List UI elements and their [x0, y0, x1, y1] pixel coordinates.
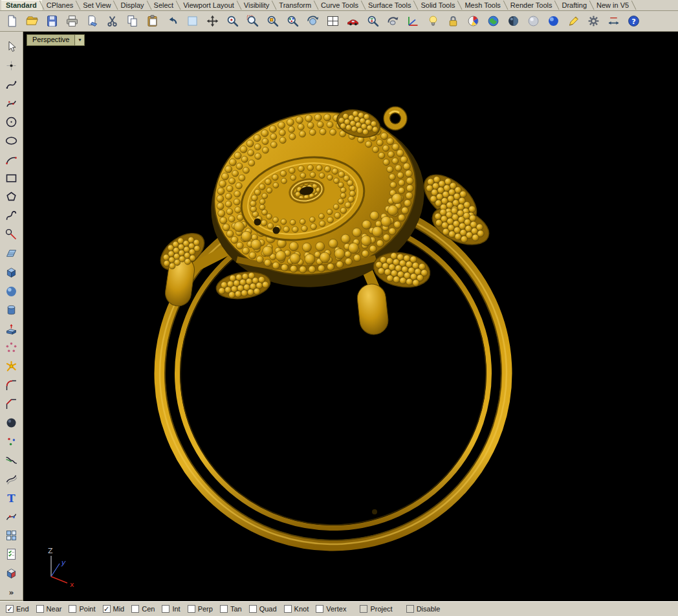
osnap-mid-checkbox[interactable] — [103, 605, 111, 613]
toolbar-button-render-car[interactable] — [343, 12, 362, 30]
sidebar-tool-fillet-corner[interactable] — [2, 377, 21, 394]
sidebar-tool-polygon-tool[interactable] — [2, 188, 21, 206]
sidebar-tool-multi-points[interactable] — [2, 433, 21, 450]
sidebar-tool-control-point-curve[interactable] — [2, 94, 21, 112]
sidebar-tool-blend-curves[interactable] — [2, 452, 21, 469]
sidebar-tool-offset-curve[interactable] — [2, 470, 21, 488]
sidebar-tool-explode-burst[interactable] — [2, 358, 21, 375]
osnap-knot-checkbox[interactable] — [284, 605, 292, 613]
sidebar-tool-display-cube[interactable] — [2, 564, 21, 582]
sidebar-tool-point-edit[interactable] — [2, 508, 21, 525]
tab-standard[interactable]: Standard — [1, 0, 42, 10]
tab-mesh-tools[interactable]: Mesh Tools — [460, 0, 505, 10]
viewport-title-tab[interactable]: Perspective ▼ — [27, 34, 85, 46]
toolbar-button-rotate-view[interactable] — [303, 12, 322, 30]
sidebar-tool-freeform-curve[interactable] — [2, 207, 21, 225]
toolbar-button-zoom-window[interactable] — [243, 12, 262, 30]
toolbar-button-new-document[interactable] — [2, 12, 21, 30]
toolbar-button-ghosted-sphere[interactable] — [523, 12, 543, 30]
toolbar-button-cplane-axes[interactable] — [403, 12, 422, 30]
osnap-vertex-checkbox[interactable] — [316, 605, 323, 613]
toolbar-button-measure-distance[interactable] — [604, 12, 623, 30]
toolbar-button-gear-options[interactable] — [584, 12, 603, 30]
svg-text:»: » — [9, 588, 14, 597]
sidebar-tool-select-pointer[interactable] — [2, 38, 21, 56]
sidebar-tool-sphere-solid[interactable] — [2, 282, 21, 300]
toolbar-button-rotate-camera[interactable] — [383, 12, 402, 30]
sidebar-tool-star-points[interactable] — [2, 339, 21, 357]
sidebar-tool-point-tool[interactable] — [2, 57, 21, 74]
sidebar-tool-curve-from-objects[interactable] — [2, 226, 21, 243]
toolbar-button-zoom-extents[interactable] — [283, 12, 302, 30]
tab-new-in-v5[interactable]: New in V5 — [592, 0, 634, 10]
osnap-int-checkbox[interactable] — [162, 605, 170, 613]
tab-visibility[interactable]: Visibility — [239, 0, 275, 10]
tab-viewport-layout[interactable]: Viewport Layout — [179, 0, 239, 10]
osnap-point-checkbox[interactable] — [69, 605, 76, 613]
toolbar-button-earth-globe[interactable] — [483, 12, 503, 30]
sidebar-tool-ellipse-tool[interactable] — [2, 132, 21, 149]
sidebar-tool-circle-tool[interactable] — [2, 113, 21, 131]
viewport-menu-button[interactable]: ▼ — [74, 35, 84, 45]
toolbar-button-paste-clipboard[interactable] — [142, 12, 162, 30]
chamfer-corner-icon — [5, 397, 18, 411]
tab-curve-tools[interactable]: Curve Tools — [316, 0, 364, 10]
circle-tool-icon — [5, 115, 18, 129]
sidebar-tool-boolean-sphere[interactable] — [2, 414, 21, 432]
toolbar-button-open-folder[interactable] — [22, 12, 41, 30]
viewport-title[interactable]: Perspective — [27, 35, 74, 45]
osnap-end-checkbox[interactable] — [6, 605, 14, 613]
sidebar-tool-interpolate-curve[interactable] — [2, 76, 21, 93]
toolbar-button-copy-page[interactable] — [82, 12, 102, 30]
toolbar-button-zoom-selected[interactable] — [263, 12, 282, 30]
osnap-disable-checkbox[interactable] — [406, 605, 414, 613]
extrude-solid-icon — [5, 322, 18, 336]
sidebar-tool-text-tool[interactable]: T — [2, 489, 21, 507]
tab-select[interactable]: Select — [149, 0, 179, 10]
tab-solid-tools[interactable]: Solid Tools — [416, 0, 460, 10]
toolbar-button-help[interactable]: ? — [624, 12, 643, 30]
sidebar-tool-box-solid[interactable] — [2, 263, 21, 281]
tab-display[interactable]: Display — [116, 0, 149, 10]
toolbar-button-viewport-layout-grid[interactable] — [323, 12, 342, 30]
sidebar-tool-block-squares[interactable] — [2, 527, 21, 544]
osnap-near-checkbox[interactable] — [36, 605, 44, 613]
sidebar-tool-arc-tool[interactable] — [2, 151, 21, 168]
sidebar-tool-more-tools-chevron[interactable]: » — [2, 583, 21, 600]
undo-icon — [166, 14, 179, 28]
sidebar-tool-plane-surface[interactable] — [2, 245, 21, 262]
render-pie-icon — [466, 14, 480, 28]
tab-surface-tools[interactable]: Surface Tools — [364, 0, 416, 10]
toolbar-button-save[interactable] — [42, 12, 61, 30]
tab-cplanes[interactable]: CPlanes — [42, 0, 79, 10]
osnap-cen-checkbox[interactable] — [131, 605, 139, 613]
osnap-quad-checkbox[interactable] — [249, 605, 257, 613]
toolbar-button-shaded-sphere[interactable] — [503, 12, 523, 30]
toolbar-button-rendered-sphere[interactable] — [543, 12, 563, 30]
toolbar-button-move-pan[interactable] — [202, 12, 222, 30]
osnap-perp-checkbox[interactable] — [188, 605, 195, 613]
sidebar-tool-cylinder-solid[interactable] — [2, 302, 21, 319]
osnap-project-checkbox[interactable] — [360, 605, 367, 613]
tab-render-tools[interactable]: Render Tools — [506, 0, 558, 10]
toolbar-button-zoom-in-out[interactable] — [363, 12, 382, 30]
toolbar-button-cut-scissors[interactable] — [102, 12, 122, 30]
tab-set-view[interactable]: Set View — [78, 0, 116, 10]
toolbar-button-lock[interactable] — [443, 12, 463, 30]
toolbar-button-render-pie[interactable] — [463, 12, 483, 30]
toolbar-button-lightbulb[interactable] — [423, 12, 443, 30]
toolbar-button-copy[interactable] — [122, 12, 142, 30]
toolbar-button-selection-box[interactable] — [182, 12, 202, 30]
tab-drafting[interactable]: Drafting — [557, 0, 592, 10]
perspective-viewport[interactable]: Zyx Perspective ▼ — [23, 32, 678, 601]
sidebar-tool-rectangle-tool[interactable] — [2, 170, 21, 187]
osnap-tan-checkbox[interactable] — [220, 605, 228, 613]
sidebar-tool-chamfer-corner[interactable] — [2, 395, 21, 413]
tab-transform[interactable]: Transform — [274, 0, 316, 10]
sidebar-tool-checklist-clipboard[interactable] — [2, 545, 21, 563]
toolbar-button-zoom-dynamic[interactable] — [223, 12, 242, 30]
sidebar-tool-extrude-solid[interactable] — [2, 320, 21, 338]
toolbar-button-print[interactable] — [62, 12, 82, 30]
toolbar-button-notes-pen[interactable] — [563, 12, 583, 30]
toolbar-button-undo[interactable] — [162, 12, 182, 30]
